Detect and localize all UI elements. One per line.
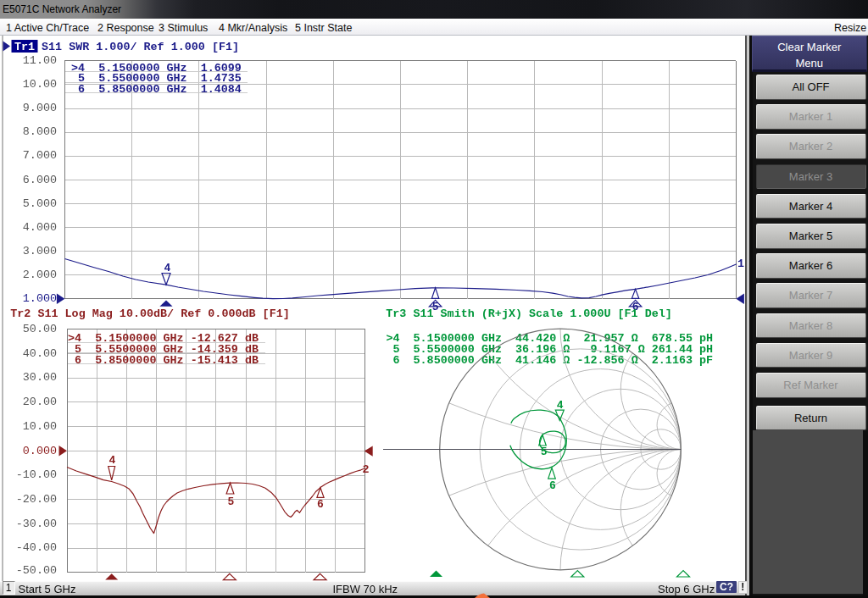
svg-text:2.000: 2.000 bbox=[23, 269, 57, 281]
svg-text:6 5.8500000 GHz 1.4084: 6 5.8500000 GHz 1.4084 bbox=[71, 83, 242, 96]
svg-text:-50.00: -50.00 bbox=[16, 564, 57, 577]
svg-text:11.00: 11.00 bbox=[23, 54, 57, 67]
svg-text:10.00: 10.00 bbox=[23, 78, 57, 91]
svg-text:10.00: 10.00 bbox=[23, 420, 57, 433]
svg-text:9.000: 9.000 bbox=[23, 102, 57, 114]
svg-text:-30.00: -30.00 bbox=[16, 518, 57, 530]
svg-text:5: 5 bbox=[541, 446, 548, 458]
svg-text:6.000: 6.000 bbox=[23, 174, 57, 186]
svg-text:S11 SWR 1.000/ Ref 1.000 [F1]: S11 SWR 1.000/ Ref 1.000 [F1] bbox=[42, 41, 239, 53]
svg-text:1: 1 bbox=[737, 257, 744, 270]
svg-text:4: 4 bbox=[108, 454, 115, 467]
svg-text:-10.00: -10.00 bbox=[16, 468, 57, 481]
svg-text:30.00: 30.00 bbox=[23, 371, 57, 384]
svg-text:1.000: 1.000 bbox=[23, 292, 57, 305]
svg-text:50.00: 50.00 bbox=[23, 323, 57, 335]
svg-text:6 5.8500000 GHz -15.413 dB: 6 5.8500000 GHz -15.413 dB bbox=[68, 354, 259, 367]
svg-text:8.000: 8.000 bbox=[23, 125, 57, 138]
svg-text:4.000: 4.000 bbox=[23, 221, 57, 234]
svg-text:7.000: 7.000 bbox=[23, 149, 57, 162]
svg-text:20.00: 20.00 bbox=[23, 396, 57, 408]
svg-text:-40.00: -40.00 bbox=[16, 541, 57, 554]
svg-text:2: 2 bbox=[362, 463, 369, 476]
svg-text:4: 4 bbox=[164, 262, 171, 274]
svg-text:Tr1: Tr1 bbox=[14, 41, 35, 53]
svg-text:40.00: 40.00 bbox=[23, 347, 57, 360]
svg-text:3.000: 3.000 bbox=[23, 245, 57, 257]
svg-text:6 5.8500000 GHz 41.146 Ω -12: 6 5.8500000 GHz 41.146 Ω -12.856 Ω 2.116… bbox=[386, 354, 713, 367]
svg-text:6: 6 bbox=[317, 498, 324, 511]
svg-text:6: 6 bbox=[549, 479, 556, 492]
svg-text:Tr3 S11 Smith (R+jX) Scale 1.0: Tr3 S11 Smith (R+jX) Scale 1.000U [F1 De… bbox=[386, 307, 672, 320]
svg-text:0.000: 0.000 bbox=[23, 445, 57, 457]
svg-text:-20.00: -20.00 bbox=[16, 493, 57, 506]
svg-text:Tr2 S11 Log Mag 10.00dB/ Ref 0: Tr2 S11 Log Mag 10.00dB/ Ref 0.000dB [F1… bbox=[10, 307, 289, 320]
svg-text:5.000: 5.000 bbox=[23, 197, 57, 210]
svg-text:5: 5 bbox=[228, 496, 235, 508]
svg-text:4: 4 bbox=[557, 399, 564, 412]
